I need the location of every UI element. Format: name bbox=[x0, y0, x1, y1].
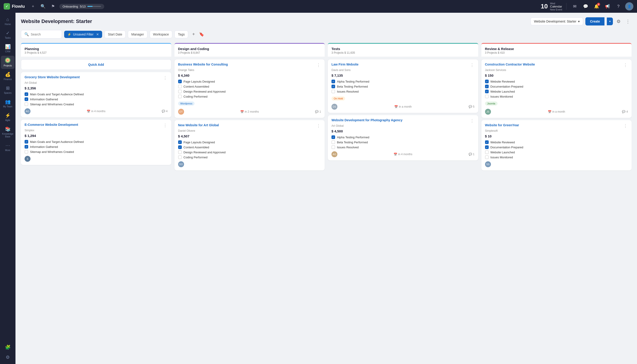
checkbox[interactable]: ✓ bbox=[485, 90, 489, 93]
checkbox[interactable]: ✓ bbox=[485, 85, 489, 88]
search-input[interactable] bbox=[31, 32, 58, 36]
card-title-grocery[interactable]: Grocery Store Website Development bbox=[24, 75, 163, 79]
column-title-tests: Tests bbox=[332, 47, 474, 51]
checkbox[interactable] bbox=[178, 156, 182, 159]
checkbox[interactable]: ✓ bbox=[332, 135, 335, 139]
checklist-text: Documentation Prepared bbox=[490, 85, 524, 88]
checkbox[interactable]: ✓ bbox=[485, 80, 489, 83]
create-button[interactable]: Create bbox=[585, 17, 604, 26]
sidebar-item-agile[interactable]: ⚡ Agile bbox=[1, 111, 14, 124]
onboarding-pill[interactable]: Onboarding 5/13 bbox=[60, 4, 104, 9]
checklist-text: Main Goals and Target Audience Defined bbox=[30, 140, 84, 144]
kanban-board: Planning 3 Projects $ 4,527 Quick Add Gr… bbox=[21, 43, 632, 173]
card-menu-art-global[interactable]: ⋮ bbox=[316, 123, 321, 128]
checkbox[interactable] bbox=[485, 150, 489, 154]
sidebar-item-crm[interactable]: 📊 CRM bbox=[1, 42, 14, 55]
date-text: in 4 months bbox=[398, 153, 412, 156]
checkbox[interactable] bbox=[24, 150, 28, 154]
sidebar-item-knowledge[interactable]: 📚 Knowledge Base bbox=[1, 124, 14, 140]
add-button[interactable]: + bbox=[29, 3, 37, 10]
filter-close-icon[interactable]: ✕ bbox=[96, 32, 99, 36]
manager-button[interactable]: Manager bbox=[128, 30, 147, 38]
card-price: $ 10 bbox=[485, 134, 628, 138]
card-title-lawfirm[interactable]: Law Firm Website bbox=[332, 62, 470, 66]
create-dropdown-arrow[interactable]: ▾ bbox=[607, 18, 613, 25]
card-tag[interactable]: On Hold bbox=[332, 96, 345, 100]
card-title-ecommerce[interactable]: E-Commerce Website Development bbox=[24, 123, 163, 126]
checkbox[interactable]: ✓ bbox=[485, 140, 489, 144]
checkbox[interactable] bbox=[485, 156, 489, 159]
checklist-item: ✓ Main Goals and Target Audience Defined bbox=[24, 140, 168, 144]
checkbox[interactable]: ✓ bbox=[178, 80, 182, 83]
checkbox[interactable] bbox=[178, 95, 182, 98]
card-header: Construction Contractor Website ⋮ bbox=[485, 62, 628, 68]
card-menu-contractor[interactable]: ⋮ bbox=[623, 62, 628, 68]
checkbox[interactable] bbox=[178, 90, 182, 93]
mail-button[interactable]: ✉ bbox=[570, 2, 579, 10]
sidebar-item-tasks[interactable]: ✓ Tasks bbox=[1, 28, 14, 41]
user-avatar[interactable]: 👤 bbox=[625, 2, 633, 10]
checkbox[interactable]: ✓ bbox=[332, 85, 335, 88]
checkbox[interactable] bbox=[332, 140, 335, 144]
card-title-photography[interactable]: Website Development for Photography Agen… bbox=[332, 118, 470, 122]
card-date: 📅in a month bbox=[548, 110, 565, 114]
checkbox[interactable]: ✓ bbox=[178, 145, 182, 149]
card-menu-business[interactable]: ⋮ bbox=[316, 62, 321, 68]
checkbox[interactable] bbox=[332, 90, 335, 93]
tags-button[interactable]: Tags bbox=[174, 30, 188, 38]
checkbox[interactable]: ✓ bbox=[178, 140, 182, 144]
chat-button[interactable]: 💬 bbox=[582, 2, 590, 10]
card-title-greenyear[interactable]: Website for GreenYear bbox=[485, 123, 623, 127]
project-selector[interactable]: Website Development: Starter ▾ bbox=[530, 18, 583, 25]
sidebar-item-projects[interactable]: Projects bbox=[1, 56, 14, 69]
card-menu-lawfirm[interactable]: ⋮ bbox=[470, 62, 474, 68]
checkbox[interactable]: ✓ bbox=[24, 92, 28, 96]
checkbox[interactable] bbox=[24, 102, 28, 106]
sidebar-item-settings[interactable]: ⚙ bbox=[1, 352, 14, 362]
workspace-button[interactable]: Workspace bbox=[150, 30, 172, 38]
checkbox[interactable]: ✓ bbox=[332, 80, 335, 83]
calendar-icon: 📅 bbox=[240, 110, 244, 114]
card-header: Grocery Store Website Development ⋮ bbox=[24, 75, 168, 80]
card-title-business[interactable]: Business Website for Consulting bbox=[178, 62, 316, 66]
help-button[interactable]: ? bbox=[614, 2, 622, 10]
card-title-art-global[interactable]: New Website for Art Global bbox=[178, 123, 316, 127]
checkbox[interactable] bbox=[332, 145, 335, 149]
checklist-item: Sitemap and Wireframes Created bbox=[24, 150, 168, 154]
sidebar-item-home[interactable]: ⌂ Home bbox=[1, 15, 14, 28]
filter-button[interactable]: ⚡ Unsaved Filter ✕ bbox=[64, 31, 102, 38]
sidebar-item-myteam[interactable]: 👥 My Team bbox=[1, 97, 14, 110]
card-menu-greenyear[interactable]: ⋮ bbox=[623, 123, 628, 128]
sidebar-item-more[interactable]: ⋯ More bbox=[1, 141, 14, 154]
checkbox[interactable]: ✓ bbox=[24, 97, 28, 101]
notifications-button[interactable]: 🔔 6 bbox=[592, 2, 600, 10]
more-options-button[interactable]: ⋮ bbox=[624, 17, 632, 26]
settings-gear-button[interactable]: ⚙ bbox=[615, 17, 622, 26]
sidebar-item-puzzle[interactable]: 🧩 bbox=[1, 342, 14, 352]
checklist-item: ✓ Website Reviewed bbox=[485, 140, 628, 144]
checkbox[interactable] bbox=[485, 95, 489, 98]
sidebar-item-spaces[interactable]: ⊞ Spaces bbox=[1, 84, 14, 96]
sidebar-item-finance[interactable]: 💰 Finance bbox=[1, 70, 14, 82]
search-button[interactable]: 🔍 bbox=[39, 3, 47, 10]
checkbox[interactable]: ✓ bbox=[24, 145, 28, 148]
checklist-item: ✓ Information Gathered bbox=[24, 97, 168, 101]
checkbox[interactable]: ✓ bbox=[485, 145, 489, 149]
messages-button[interactable]: 📢 bbox=[603, 2, 612, 10]
card-menu-photography[interactable]: ⋮ bbox=[470, 118, 474, 123]
card-tag[interactable]: Wordpress bbox=[178, 102, 195, 106]
checklist-text: Alpha Testing Performed bbox=[337, 136, 369, 139]
add-filter-button[interactable]: + bbox=[190, 31, 197, 38]
card-menu-ecommerce[interactable]: ⋮ bbox=[163, 123, 168, 128]
start-date-button[interactable]: Start Date bbox=[104, 30, 126, 38]
card-title-contractor[interactable]: Construction Contractor Website bbox=[485, 62, 623, 66]
bookmark-button[interactable]: 🔖 bbox=[199, 32, 204, 37]
card-menu-grocery[interactable]: ⋮ bbox=[163, 75, 168, 80]
checkbox[interactable] bbox=[178, 85, 182, 88]
nav-icon-button[interactable]: ⚑ bbox=[49, 3, 57, 10]
checkbox[interactable]: ✓ bbox=[24, 140, 28, 144]
quick-add-button[interactable]: Quick Add bbox=[21, 60, 171, 70]
checkbox[interactable] bbox=[178, 150, 182, 154]
card-tag[interactable]: Joomla bbox=[485, 102, 498, 106]
card-avatar: SS bbox=[485, 161, 491, 167]
